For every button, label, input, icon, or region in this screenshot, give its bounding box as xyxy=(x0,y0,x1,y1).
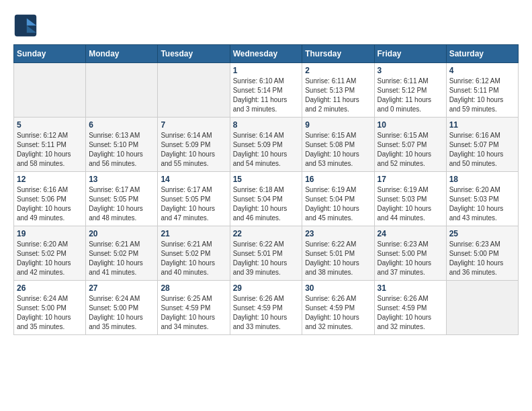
day-info: Sunrise: 6:25 AM Sunset: 4:59 PM Dayligh… xyxy=(161,294,226,332)
day-info: Sunrise: 6:17 AM Sunset: 5:05 PM Dayligh… xyxy=(89,185,154,223)
day-number: 18 xyxy=(449,175,515,184)
day-info: Sunrise: 6:19 AM Sunset: 5:04 PM Dayligh… xyxy=(305,185,371,223)
day-info: Sunrise: 6:22 AM Sunset: 5:01 PM Dayligh… xyxy=(305,240,371,277)
calendar-cell: 7Sunrise: 6:14 AM Sunset: 5:09 PM Daylig… xyxy=(158,118,230,172)
calendar-cell: 22Sunrise: 6:22 AM Sunset: 5:01 PM Dayli… xyxy=(230,226,302,281)
calendar-week-row: 19Sunrise: 6:20 AM Sunset: 5:02 PM Dayli… xyxy=(14,226,519,281)
day-number: 30 xyxy=(305,283,371,293)
calendar-cell: 28Sunrise: 6:25 AM Sunset: 4:59 PM Dayli… xyxy=(158,281,230,335)
day-number: 29 xyxy=(233,283,300,293)
day-number: 16 xyxy=(305,175,371,184)
logo-icon xyxy=(13,13,38,38)
day-info: Sunrise: 6:15 AM Sunset: 5:08 PM Dayligh… xyxy=(305,131,371,169)
day-number: 13 xyxy=(89,175,154,184)
day-number: 25 xyxy=(449,229,515,238)
calendar-week-row: 12Sunrise: 6:16 AM Sunset: 5:06 PM Dayli… xyxy=(14,172,519,226)
day-info: Sunrise: 6:12 AM Sunset: 5:11 PM Dayligh… xyxy=(449,77,515,114)
calendar-cell: 31Sunrise: 6:26 AM Sunset: 4:59 PM Dayli… xyxy=(374,281,446,335)
calendar-cell: 21Sunrise: 6:21 AM Sunset: 5:02 PM Dayli… xyxy=(158,226,230,281)
day-number: 6 xyxy=(89,120,154,130)
day-info: Sunrise: 6:10 AM Sunset: 5:14 PM Dayligh… xyxy=(233,77,300,114)
calendar-cell: 9Sunrise: 6:15 AM Sunset: 5:08 PM Daylig… xyxy=(302,118,374,172)
day-info: Sunrise: 6:22 AM Sunset: 5:01 PM Dayligh… xyxy=(233,240,300,277)
calendar-cell: 4Sunrise: 6:12 AM Sunset: 5:11 PM Daylig… xyxy=(446,63,518,118)
weekday-header: Monday xyxy=(86,45,158,63)
calendar-cell: 13Sunrise: 6:17 AM Sunset: 5:05 PM Dayli… xyxy=(86,172,158,226)
calendar-week-row: 5Sunrise: 6:12 AM Sunset: 5:11 PM Daylig… xyxy=(14,118,519,172)
page-header xyxy=(13,13,519,38)
day-info: Sunrise: 6:26 AM Sunset: 4:59 PM Dayligh… xyxy=(305,294,371,332)
calendar-cell: 30Sunrise: 6:26 AM Sunset: 4:59 PM Dayli… xyxy=(302,281,374,335)
calendar-cell xyxy=(14,63,86,118)
calendar-cell: 3Sunrise: 6:11 AM Sunset: 5:12 PM Daylig… xyxy=(374,63,446,118)
day-info: Sunrise: 6:13 AM Sunset: 5:10 PM Dayligh… xyxy=(89,131,154,169)
day-number: 1 xyxy=(233,66,300,75)
weekday-header: Saturday xyxy=(446,45,518,63)
calendar-cell: 24Sunrise: 6:23 AM Sunset: 5:00 PM Dayli… xyxy=(374,226,446,281)
calendar-cell: 8Sunrise: 6:14 AM Sunset: 5:09 PM Daylig… xyxy=(230,118,302,172)
calendar-cell: 25Sunrise: 6:23 AM Sunset: 5:00 PM Dayli… xyxy=(446,226,518,281)
day-info: Sunrise: 6:19 AM Sunset: 5:03 PM Dayligh… xyxy=(378,185,443,223)
calendar-cell: 27Sunrise: 6:24 AM Sunset: 5:00 PM Dayli… xyxy=(86,281,158,335)
day-info: Sunrise: 6:16 AM Sunset: 5:06 PM Dayligh… xyxy=(17,185,83,223)
weekday-header: Tuesday xyxy=(158,45,230,63)
calendar-cell: 16Sunrise: 6:19 AM Sunset: 5:04 PM Dayli… xyxy=(302,172,374,226)
day-number: 27 xyxy=(89,283,154,293)
weekday-header: Friday xyxy=(374,45,446,63)
calendar-cell: 15Sunrise: 6:18 AM Sunset: 5:04 PM Dayli… xyxy=(230,172,302,226)
day-number: 15 xyxy=(233,175,300,184)
calendar-cell: 20Sunrise: 6:21 AM Sunset: 5:02 PM Dayli… xyxy=(86,226,158,281)
calendar-header-row: SundayMondayTuesdayWednesdayThursdayFrid… xyxy=(14,45,519,63)
calendar-cell: 26Sunrise: 6:24 AM Sunset: 5:00 PM Dayli… xyxy=(14,281,86,335)
calendar-cell: 12Sunrise: 6:16 AM Sunset: 5:06 PM Dayli… xyxy=(14,172,86,226)
day-number: 23 xyxy=(305,229,371,238)
day-number: 4 xyxy=(449,66,515,75)
day-number: 10 xyxy=(378,120,443,130)
day-info: Sunrise: 6:17 AM Sunset: 5:05 PM Dayligh… xyxy=(161,185,226,223)
day-info: Sunrise: 6:14 AM Sunset: 5:09 PM Dayligh… xyxy=(161,131,226,169)
weekday-header: Thursday xyxy=(302,45,374,63)
calendar-cell: 18Sunrise: 6:20 AM Sunset: 5:03 PM Dayli… xyxy=(446,172,518,226)
day-info: Sunrise: 6:20 AM Sunset: 5:02 PM Dayligh… xyxy=(17,240,83,277)
calendar-week-row: 1Sunrise: 6:10 AM Sunset: 5:14 PM Daylig… xyxy=(14,63,519,118)
weekday-header: Wednesday xyxy=(230,45,302,63)
day-info: Sunrise: 6:26 AM Sunset: 4:59 PM Dayligh… xyxy=(233,294,300,332)
day-info: Sunrise: 6:16 AM Sunset: 5:07 PM Dayligh… xyxy=(449,131,515,169)
day-info: Sunrise: 6:11 AM Sunset: 5:13 PM Dayligh… xyxy=(305,77,371,114)
day-number: 9 xyxy=(305,120,371,130)
day-info: Sunrise: 6:11 AM Sunset: 5:12 PM Dayligh… xyxy=(378,77,443,114)
calendar-cell xyxy=(86,63,158,118)
day-info: Sunrise: 6:23 AM Sunset: 5:00 PM Dayligh… xyxy=(449,240,515,277)
day-number: 19 xyxy=(17,229,83,238)
day-info: Sunrise: 6:20 AM Sunset: 5:03 PM Dayligh… xyxy=(449,185,515,223)
day-number: 20 xyxy=(89,229,154,238)
day-info: Sunrise: 6:14 AM Sunset: 5:09 PM Dayligh… xyxy=(233,131,300,169)
day-info: Sunrise: 6:12 AM Sunset: 5:11 PM Dayligh… xyxy=(17,131,83,169)
calendar-week-row: 26Sunrise: 6:24 AM Sunset: 5:00 PM Dayli… xyxy=(14,281,519,335)
calendar-cell: 14Sunrise: 6:17 AM Sunset: 5:05 PM Dayli… xyxy=(158,172,230,226)
day-info: Sunrise: 6:15 AM Sunset: 5:07 PM Dayligh… xyxy=(378,131,443,169)
day-number: 5 xyxy=(17,120,83,130)
day-info: Sunrise: 6:26 AM Sunset: 4:59 PM Dayligh… xyxy=(378,294,443,332)
calendar-cell: 19Sunrise: 6:20 AM Sunset: 5:02 PM Dayli… xyxy=(14,226,86,281)
day-info: Sunrise: 6:21 AM Sunset: 5:02 PM Dayligh… xyxy=(161,240,226,277)
day-number: 14 xyxy=(161,175,226,184)
calendar-cell: 17Sunrise: 6:19 AM Sunset: 5:03 PM Dayli… xyxy=(374,172,446,226)
day-number: 17 xyxy=(378,175,443,184)
day-number: 24 xyxy=(378,229,443,238)
logo xyxy=(13,13,40,38)
day-number: 7 xyxy=(161,120,226,130)
calendar-cell: 1Sunrise: 6:10 AM Sunset: 5:14 PM Daylig… xyxy=(230,63,302,118)
calendar-cell xyxy=(158,63,230,118)
calendar-cell: 11Sunrise: 6:16 AM Sunset: 5:07 PM Dayli… xyxy=(446,118,518,172)
day-number: 8 xyxy=(233,120,300,130)
weekday-header: Sunday xyxy=(14,45,86,63)
calendar-cell: 2Sunrise: 6:11 AM Sunset: 5:13 PM Daylig… xyxy=(302,63,374,118)
calendar-cell: 6Sunrise: 6:13 AM Sunset: 5:10 PM Daylig… xyxy=(86,118,158,172)
calendar-cell: 10Sunrise: 6:15 AM Sunset: 5:07 PM Dayli… xyxy=(374,118,446,172)
calendar-cell: 23Sunrise: 6:22 AM Sunset: 5:01 PM Dayli… xyxy=(302,226,374,281)
day-info: Sunrise: 6:23 AM Sunset: 5:00 PM Dayligh… xyxy=(378,240,443,277)
calendar-table: SundayMondayTuesdayWednesdayThursdayFrid… xyxy=(13,44,519,335)
day-number: 28 xyxy=(161,283,226,293)
day-number: 22 xyxy=(233,229,300,238)
